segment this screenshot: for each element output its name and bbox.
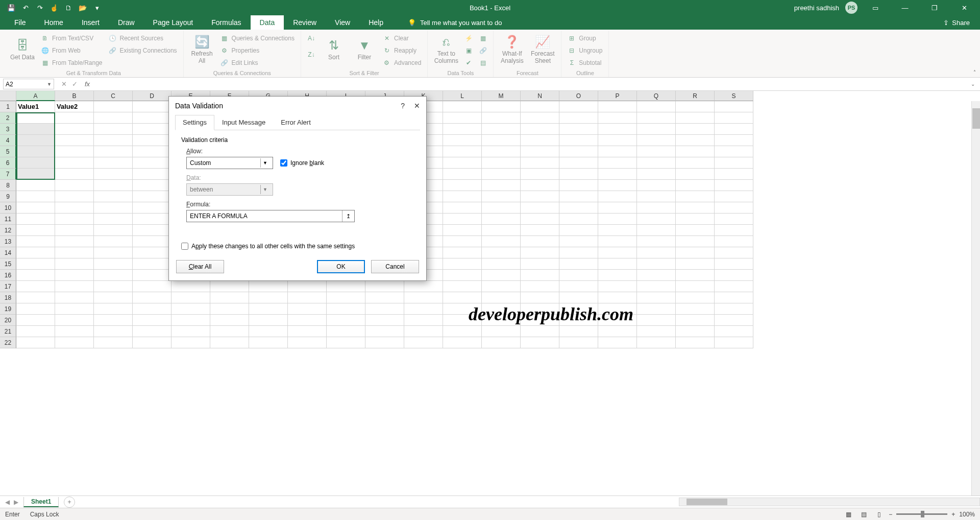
row-header-14[interactable]: 14 — [0, 247, 16, 258]
cell-C18[interactable] — [94, 292, 133, 303]
col-header-S[interactable]: S — [715, 91, 753, 101]
cell-S5[interactable] — [715, 146, 753, 157]
dialog-help-icon[interactable]: ? — [401, 102, 405, 110]
cell-C13[interactable] — [94, 236, 133, 247]
cell-G17[interactable] — [249, 281, 288, 292]
cell-I21[interactable] — [327, 326, 365, 337]
cell-L8[interactable] — [443, 180, 482, 191]
cell-Q9[interactable] — [637, 191, 676, 202]
cell-C1[interactable] — [94, 101, 133, 112]
cell-C21[interactable] — [94, 326, 133, 337]
cell-L11[interactable] — [443, 214, 482, 225]
cell-Q12[interactable] — [637, 225, 676, 236]
cell-A5[interactable] — [16, 146, 55, 157]
what-if-button[interactable]: ❓ What-If Analysis — [498, 32, 526, 67]
sort-asc-button[interactable]: A↓ — [305, 33, 317, 44]
cell-B15[interactable] — [55, 258, 94, 270]
reapply-button[interactable]: ↻Reapply — [381, 45, 423, 56]
existing-connections-button[interactable]: 🔗Existing Connections — [107, 45, 179, 56]
row-header-15[interactable]: 15 — [0, 258, 16, 270]
cell-E18[interactable] — [172, 292, 210, 303]
expand-formula-bar-icon[interactable]: ⌄ — [966, 81, 980, 87]
cell-K22[interactable] — [404, 337, 443, 348]
cell-N2[interactable] — [521, 112, 559, 124]
cell-R5[interactable] — [676, 146, 715, 157]
tab-page-layout[interactable]: Page Layout — [144, 15, 203, 30]
cell-S16[interactable] — [715, 270, 753, 281]
cell-A3[interactable] — [16, 124, 55, 135]
cell-R6[interactable] — [676, 157, 715, 169]
cell-A7[interactable] — [16, 169, 55, 180]
cell-B9[interactable] — [55, 191, 94, 202]
col-header-N[interactable]: N — [521, 91, 559, 101]
cell-P16[interactable] — [598, 270, 637, 281]
cell-A18[interactable] — [16, 292, 55, 303]
cell-P6[interactable] — [598, 157, 637, 169]
sort-desc-button[interactable]: Z↓ — [305, 49, 317, 60]
cell-P13[interactable] — [598, 236, 637, 247]
cell-O6[interactable] — [559, 157, 598, 169]
cell-Q19[interactable] — [637, 303, 676, 315]
cell-B18[interactable] — [55, 292, 94, 303]
row-header-7[interactable]: 7 — [0, 169, 16, 180]
cell-K17[interactable] — [404, 281, 443, 292]
cell-F19[interactable] — [210, 303, 249, 315]
cell-L13[interactable] — [443, 236, 482, 247]
user-avatar[interactable]: PS — [845, 2, 857, 14]
cell-C22[interactable] — [94, 337, 133, 348]
formula-input-text[interactable] — [187, 210, 342, 222]
cell-R12[interactable] — [676, 225, 715, 236]
cell-J17[interactable] — [365, 281, 404, 292]
cell-S4[interactable] — [715, 135, 753, 146]
col-header-P[interactable]: P — [598, 91, 637, 101]
cell-O8[interactable] — [559, 180, 598, 191]
tab-formulas[interactable]: Formulas — [202, 15, 250, 30]
cell-P12[interactable] — [598, 225, 637, 236]
cell-O14[interactable] — [559, 247, 598, 258]
cell-B16[interactable] — [55, 270, 94, 281]
from-web-button[interactable]: 🌐From Web — [39, 45, 105, 56]
sheet-nav-arrows[interactable]: ◀▶ — [0, 499, 23, 506]
clear-filter-button[interactable]: ✕Clear — [381, 33, 423, 44]
cell-L15[interactable] — [443, 258, 482, 270]
share-button[interactable]: ⇪ Share — [943, 15, 980, 30]
cell-C3[interactable] — [94, 124, 133, 135]
cell-R17[interactable] — [676, 281, 715, 292]
ribbon-display-icon[interactable]: ▭ — [864, 0, 887, 15]
dialog-close-icon[interactable]: ✕ — [414, 102, 420, 110]
vertical-scrollbar-thumb[interactable] — [972, 108, 980, 129]
cell-O10[interactable] — [559, 202, 598, 214]
cell-M4[interactable] — [482, 135, 521, 146]
cell-A4[interactable] — [16, 135, 55, 146]
cell-Q22[interactable] — [637, 337, 676, 348]
cell-D18[interactable] — [133, 292, 172, 303]
cell-D11[interactable] — [133, 214, 172, 225]
cell-C10[interactable] — [94, 202, 133, 214]
cell-D22[interactable] — [133, 337, 172, 348]
allow-select[interactable]: Custom ▼ — [186, 157, 273, 169]
cell-P7[interactable] — [598, 169, 637, 180]
cell-A11[interactable] — [16, 214, 55, 225]
cell-B1[interactable]: Value2 — [55, 101, 94, 112]
tab-insert[interactable]: Insert — [72, 15, 109, 30]
cell-B19[interactable] — [55, 303, 94, 315]
cell-P15[interactable] — [598, 258, 637, 270]
cell-Q16[interactable] — [637, 270, 676, 281]
fx-icon[interactable]: fx — [85, 80, 95, 88]
save-icon[interactable]: 💾 — [5, 2, 17, 14]
page-layout-view-icon[interactable]: ▤ — [858, 510, 869, 519]
cell-P17[interactable] — [598, 281, 637, 292]
cell-C14[interactable] — [94, 247, 133, 258]
cell-C16[interactable] — [94, 270, 133, 281]
row-header-22[interactable]: 22 — [0, 337, 16, 348]
col-header-O[interactable]: O — [559, 91, 598, 101]
cell-O17[interactable] — [559, 281, 598, 292]
cell-M3[interactable] — [482, 124, 521, 135]
cell-O11[interactable] — [559, 214, 598, 225]
cell-O3[interactable] — [559, 124, 598, 135]
cell-F22[interactable] — [210, 337, 249, 348]
cell-J21[interactable] — [365, 326, 404, 337]
cell-I20[interactable] — [327, 315, 365, 326]
cell-N3[interactable] — [521, 124, 559, 135]
cell-L1[interactable] — [443, 101, 482, 112]
